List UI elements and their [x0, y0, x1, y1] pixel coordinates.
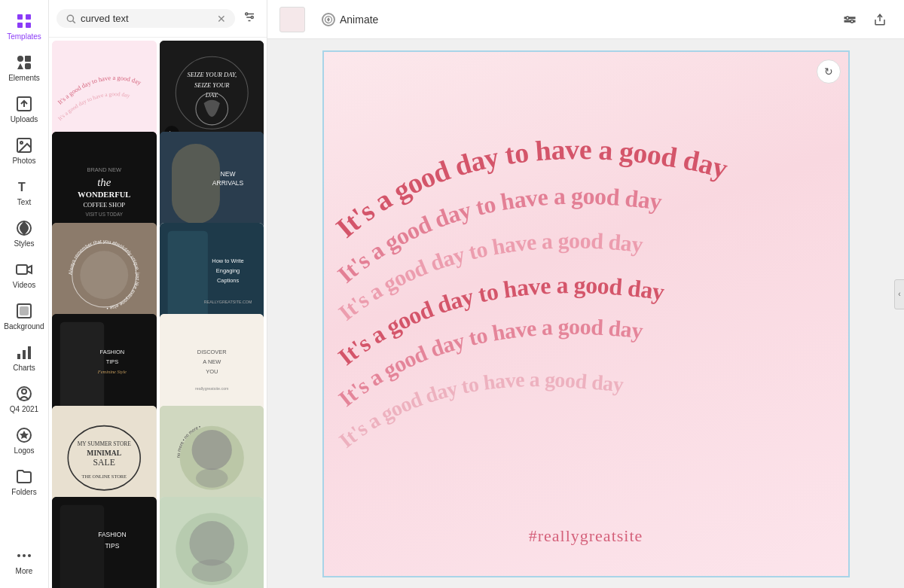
canvas-curved-text: It's a good day to have a good day It's …	[324, 52, 848, 576]
sidebar-item-styles[interactable]: Styles	[0, 213, 48, 254]
video-icon	[15, 260, 33, 279]
thumb-preview-svg: no more • no more •	[160, 406, 264, 510]
svg-point-4	[17, 56, 23, 62]
background-icon	[15, 302, 33, 320]
sidebar-item-templates[interactable]: Templates	[0, 6, 48, 47]
svg-text:REALLYGREATSITE.COM: REALLYGREATSITE.COM	[203, 300, 252, 304]
sidebar-item-folders[interactable]: Folders	[0, 462, 48, 503]
svg-rect-19	[28, 346, 31, 359]
hashtag-text: #reallygreatsite	[529, 526, 643, 546]
search-input[interactable]	[81, 13, 212, 24]
svg-rect-67	[160, 314, 264, 419]
svg-rect-2	[17, 23, 23, 28]
svg-point-24	[23, 554, 26, 557]
left-sidebar: Templates Elements Uploads Photos T Text	[0, 0, 49, 588]
filter-button[interactable]	[240, 8, 259, 29]
svg-text:SALE: SALE	[93, 457, 115, 467]
template-item[interactable]: It's a good day to have a good day It's …	[52, 41, 157, 145]
svg-text:DISCOVER: DISCOVER	[197, 349, 226, 356]
svg-rect-16	[20, 307, 28, 315]
sidebar-item-elements[interactable]: Elements	[0, 47, 48, 89]
template-item[interactable]: FASHION TIPS Feminine Style	[52, 314, 157, 419]
svg-text:reallygreatsite.com: reallygreatsite.com	[194, 387, 228, 391]
template-item[interactable]	[160, 497, 264, 588]
thumb-preview-svg: MY SUMMER STORE MINIMAL SALE THE ONLINE …	[52, 406, 157, 510]
thumb-preview-svg: FASHION TIPS	[52, 497, 157, 588]
svg-text:BRAND NEW: BRAND NEW	[87, 166, 121, 173]
template-item[interactable]: BRAND NEW the WONDERFUL COFFEE SHOP VISI…	[52, 132, 157, 236]
sidebar-item-photos[interactable]: Photos	[0, 130, 48, 172]
svg-point-26	[67, 15, 73, 21]
charts-icon	[15, 343, 33, 361]
sidebar-label-styles: Styles	[14, 239, 34, 248]
template-item[interactable]: How to Write Engaging Captions REALLYGRE…	[160, 223, 264, 328]
filter-settings-button[interactable]	[838, 8, 862, 32]
sidebar-label-background: Background	[4, 322, 44, 331]
svg-rect-57	[167, 231, 207, 319]
sidebar-item-text[interactable]: T Text	[0, 172, 48, 213]
upload-icon	[15, 95, 33, 113]
text-icon: T	[15, 178, 33, 196]
template-item[interactable]: MY SUMMER STORE MINIMAL SALE THE ONLINE …	[52, 406, 157, 510]
svg-point-81	[195, 468, 228, 488]
svg-rect-5	[25, 56, 31, 62]
sidebar-item-background[interactable]: Background	[0, 296, 48, 337]
sidebar-label-logos: Logos	[14, 446, 34, 455]
animate-button[interactable]: Animate	[311, 8, 389, 31]
share-button[interactable]	[868, 8, 892, 32]
canvas-wrap: ↻ It's a good day to have a good day	[267, 39, 904, 588]
clear-search-button[interactable]: ✕	[217, 14, 226, 24]
svg-rect-17	[17, 354, 20, 359]
template-item[interactable]: DISCOVER A NEW YOU reallygreatsite.com	[160, 314, 264, 419]
sidebar-item-q4[interactable]: Q4 2021	[0, 379, 48, 420]
svg-rect-63	[60, 322, 105, 410]
svg-marker-6	[17, 63, 23, 69]
thumb-preview-svg: FASHION TIPS Feminine Style	[52, 314, 157, 419]
styles-icon	[15, 219, 33, 237]
elements-icon	[15, 53, 33, 72]
sidebar-item-uploads[interactable]: Uploads	[0, 89, 48, 130]
search-input-wrap[interactable]: ✕	[56, 9, 235, 28]
svg-text:COFFEE SHOP: COFFEE SHOP	[83, 201, 125, 209]
template-item[interactable]: FASHION TIPS	[52, 497, 157, 588]
more-icon	[15, 547, 33, 565]
search-icon	[66, 14, 76, 24]
template-item[interactable]: NEW ARRIVALS	[160, 132, 264, 236]
q4-icon	[15, 385, 33, 403]
sidebar-label-more: More	[16, 567, 33, 576]
sidebar-item-videos[interactable]: Videos	[0, 254, 48, 296]
svg-point-94	[846, 16, 849, 19]
template-panel: ✕ It's a good day to have a g	[49, 0, 267, 588]
refresh-button[interactable]: ↻	[817, 59, 841, 84]
svg-text:How to Write: How to Write	[212, 258, 243, 265]
template-item[interactable]: SEIZE YOUR DAY, SEIZE YOUR DAY.	[160, 41, 264, 145]
svg-point-54	[80, 251, 128, 300]
sidebar-label-q4: Q4 2021	[10, 405, 38, 414]
page-thumbnail[interactable]	[279, 7, 305, 32]
canvas[interactable]: ↻ It's a good day to have a good day	[322, 50, 850, 577]
thumb-preview-svg	[160, 497, 264, 588]
sidebar-label-templates: Templates	[7, 32, 41, 41]
thumb-preview-svg: Always remember that you absolutely uniq…	[52, 223, 157, 328]
thumb-preview-svg: DISCOVER A NEW YOU reallygreatsite.com	[160, 314, 264, 419]
sidebar-item-logos[interactable]: Logos	[0, 420, 48, 462]
sidebar-item-charts[interactable]: Charts	[0, 337, 48, 379]
svg-text:THE ONLINE STORE: THE ONLINE STORE	[82, 474, 127, 479]
sidebar-label-elements: Elements	[8, 74, 40, 83]
template-item[interactable]: no more • no more •	[160, 406, 264, 510]
template-item[interactable]: Always remember that you absolutely uniq…	[52, 223, 157, 328]
svg-text:YOU: YOU	[206, 368, 218, 375]
svg-point-11	[20, 142, 23, 144]
svg-text:MINIMAL: MINIMAL	[87, 449, 121, 457]
folders-icon	[15, 468, 33, 486]
animate-icon	[322, 13, 335, 26]
settings-icon	[843, 13, 857, 26]
svg-text:A NEW: A NEW	[203, 359, 221, 366]
svg-text:TIPS: TIPS	[106, 359, 119, 366]
svg-point-32	[251, 17, 253, 19]
sidebar-item-more[interactable]: More	[0, 541, 48, 582]
svg-text:Engaging: Engaging	[215, 267, 239, 274]
sidebar-label-charts: Charts	[13, 364, 35, 373]
svg-point-23	[17, 554, 20, 557]
filter-icon	[243, 11, 256, 24]
